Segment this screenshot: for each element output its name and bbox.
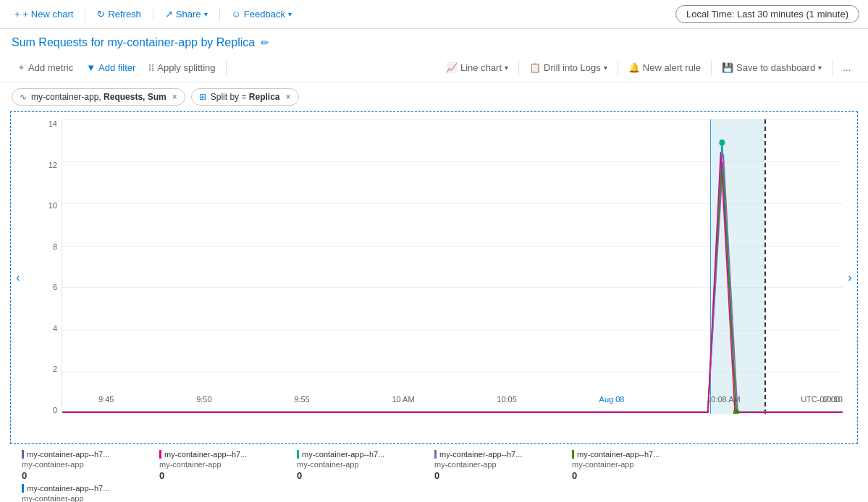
split-tag: ⊞ Split by = Replica ×: [191, 88, 299, 106]
new-chart-button[interactable]: + + New chart: [9, 6, 79, 22]
chart-toolbar: ✦ Add metric ▼ Add filter ⁞⁞ Apply split…: [0, 54, 868, 82]
toolbar-sep-1: [226, 61, 227, 75]
y-label-6: 6: [53, 283, 57, 292]
divider-2: [153, 7, 153, 22]
toolbar-sep-3: [618, 61, 618, 75]
feedback-button[interactable]: ☺ Feedback ▾: [226, 6, 298, 22]
apply-splitting-button[interactable]: ⁞⁞ Apply splitting: [143, 59, 221, 76]
legend-name-5: my-container-app--h7...: [22, 484, 152, 493]
page-title: Sum Requests for my-container-app by Rep…: [12, 36, 255, 49]
y-label-4: 4: [53, 324, 57, 333]
legend-item-4: my-container-app--h7... my-container-app…: [572, 448, 709, 482]
feedback-dropdown-icon: ▾: [288, 10, 292, 18]
drill-dropdown-icon: ▾: [604, 64, 607, 72]
legend-item-5: my-container-app--h7... my-container-app…: [22, 482, 159, 502]
split-tag-label: Split by = Replica: [211, 92, 280, 102]
legend-item-2: my-container-app--h7... my-container-app…: [297, 448, 434, 482]
toolbar-sep-2: [518, 61, 519, 75]
legend-sub-2: my-container-app: [297, 460, 429, 469]
split-tag-close[interactable]: ×: [285, 92, 290, 102]
refresh-label: Refresh: [108, 9, 141, 20]
alert-icon: 🔔: [628, 62, 640, 73]
legend-name-1: my-container-app--h7...: [159, 450, 290, 459]
line-chart-icon: 📈: [446, 62, 458, 73]
apply-splitting-label: Apply splitting: [157, 62, 215, 73]
filter-icon: ▼: [86, 62, 96, 73]
utc-label: UTC-07:00: [801, 395, 840, 404]
refresh-button[interactable]: ↻ Refresh: [91, 6, 147, 22]
x-label-1008am: 10:08 AM: [707, 395, 740, 404]
split-tag-icon: ⊞: [199, 92, 206, 102]
chart-svg: [62, 119, 843, 414]
more-label: ...: [843, 62, 851, 73]
x-label-1005: 10:05: [497, 395, 517, 404]
legend-sub-5: my-container-app: [22, 494, 153, 502]
legend-sub-4: my-container-app: [572, 460, 704, 469]
save-to-dashboard-button[interactable]: 💾 Save to dashboard ▾: [716, 59, 827, 76]
save-dropdown-icon: ▾: [818, 64, 822, 72]
chart-nav-left-button[interactable]: ‹: [11, 112, 25, 443]
x-label-945: 9:45: [98, 395, 114, 404]
save-icon: 💾: [722, 62, 733, 73]
x-label-aug08: Aug 08: [599, 395, 625, 404]
x-label-950: 9:50: [196, 395, 211, 404]
y-label-8: 8: [53, 242, 57, 251]
divider-3: [219, 7, 220, 22]
divider-1: [85, 7, 85, 22]
add-filter-label: Add filter: [98, 62, 135, 73]
drill-into-logs-button[interactable]: 📋 Drill into Logs ▾: [523, 59, 613, 76]
legend-name-0: my-container-app--h7...: [22, 450, 152, 459]
legend-sub-3: my-container-app: [434, 460, 566, 469]
drill-into-logs-label: Drill into Logs: [544, 62, 601, 73]
time-range-button[interactable]: Local Time: Last 30 minutes (1 minute): [675, 5, 859, 23]
more-button[interactable]: ...: [837, 59, 856, 76]
metric-tag-close[interactable]: ×: [172, 92, 177, 102]
legend-sub-1: my-container-app: [159, 460, 291, 469]
legend-sub-0: my-container-app: [22, 460, 153, 469]
y-label-12: 12: [49, 161, 57, 169]
line-chart-label: Line chart: [460, 62, 502, 73]
add-filter-button[interactable]: ▼ Add filter: [80, 59, 141, 76]
legend-item-1: my-container-app--h7... my-container-app…: [159, 448, 297, 482]
legend-name-3: my-container-app--h7...: [434, 450, 565, 459]
save-to-dashboard-label: Save to dashboard: [736, 62, 815, 73]
legend-val-0: 0: [22, 470, 153, 481]
toolbar-right: 📈 Line chart ▾ 📋 Drill into Logs ▾ 🔔 New…: [440, 59, 856, 76]
x-label-955: 9:55: [294, 395, 309, 404]
chart-wrapper: ‹ 14 12 10 8 6 4 2 0: [10, 111, 858, 444]
metric-tag-icon: ∿: [20, 92, 27, 102]
y-label-0: 0: [53, 406, 57, 414]
chart-nav-right-button[interactable]: ›: [843, 112, 857, 443]
legend-area: my-container-app--h7... my-container-app…: [0, 444, 868, 502]
line-chart-button[interactable]: 📈 Line chart ▾: [440, 59, 514, 76]
chart-plot: 9:45 9:50 9:55 10 AM 10:05 Aug 08 10:08 …: [62, 119, 843, 414]
y-label-10: 10: [49, 201, 57, 210]
legend-val-2: 0: [297, 470, 429, 481]
refresh-icon: ↻: [97, 9, 105, 20]
new-alert-rule-button[interactable]: 🔔 New alert rule: [623, 59, 707, 76]
legend-name-4: my-container-app--h7...: [572, 450, 702, 459]
edit-icon[interactable]: ✏: [261, 37, 269, 48]
share-icon: ↗: [165, 9, 173, 20]
time-range-label: Local Time: Last 30 minutes (1 minute): [686, 9, 848, 20]
feedback-icon: ☺: [232, 9, 241, 20]
legend-name-2: my-container-app--h7...: [297, 450, 427, 459]
legend-item-0: my-container-app--h7... my-container-app…: [22, 448, 159, 482]
legend-val-3: 0: [434, 470, 566, 481]
y-label-2: 2: [53, 365, 57, 373]
toolbar-sep-4: [711, 61, 712, 75]
y-axis: 14 12 10 8 6 4 2 0: [25, 119, 62, 414]
split-icon: ⁞⁞: [148, 62, 154, 73]
metric-tag: ∿ my-container-app, Requests, Sum ×: [12, 88, 185, 106]
new-alert-rule-label: New alert rule: [643, 62, 701, 73]
share-dropdown-icon: ▾: [204, 10, 208, 18]
title-area: Sum Requests for my-container-app by Rep…: [0, 29, 868, 54]
legend-item-3: my-container-app--h7... my-container-app…: [434, 448, 572, 482]
legend-val-1: 0: [159, 470, 291, 481]
new-chart-label: + New chart: [23, 9, 74, 20]
top-bar: + + New chart ↻ Refresh ↗ Share ▾ ☺ Feed…: [0, 0, 868, 29]
line-chart-dropdown-icon: ▾: [505, 64, 508, 72]
share-button[interactable]: ↗ Share ▾: [159, 6, 214, 22]
add-metric-button[interactable]: ✦ Add metric: [12, 59, 79, 76]
logs-icon: 📋: [529, 62, 541, 73]
